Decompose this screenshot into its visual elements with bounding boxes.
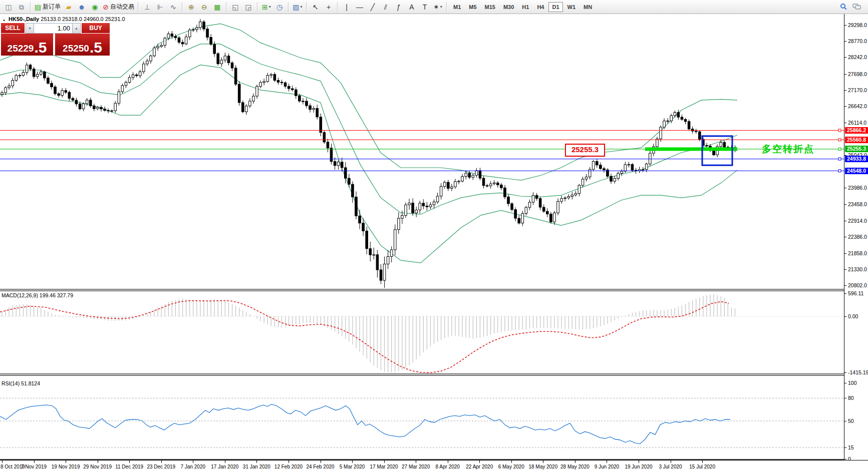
price-tick-26114: 26114.0 — [844, 120, 866, 126]
line-handle[interactable] — [838, 148, 841, 150]
new-order-button[interactable]: ▤新订单 — [33, 2, 62, 13]
candle-body — [277, 81, 279, 83]
zoom-out-button[interactable]: ⊖ — [198, 2, 211, 13]
timeframe-W1[interactable]: W1 — [564, 2, 580, 12]
buy-price[interactable]: 25250 .5 — [55, 34, 110, 56]
price-axis[interactable]: 29298.028770.028242.027698.027170.026642… — [844, 14, 868, 460]
volume-decrease-button[interactable]: ▼ — [26, 23, 34, 34]
crosshair-button[interactable]: + — [322, 2, 335, 13]
candle-body — [146, 61, 149, 64]
market-button[interactable]: ▰ — [62, 2, 75, 13]
equidistant-channel-icon: ⫽ — [384, 4, 387, 11]
timeframe-H1[interactable]: H1 — [518, 2, 532, 12]
timeframe-MN[interactable]: MN — [580, 2, 596, 12]
zoom-in-button[interactable]: ⊕ — [185, 2, 198, 13]
date-label: 8 Apr 2020 — [436, 464, 460, 469]
candle-body — [642, 170, 644, 170]
volume-input[interactable]: 1.00 — [34, 23, 72, 34]
sell-price[interactable]: 25229 .5 — [1, 34, 53, 56]
search-icon[interactable] — [837, 2, 850, 13]
candle-body — [54, 87, 57, 94]
collapse-panel-icon[interactable]: ▴ — [3, 18, 5, 22]
candle-body — [157, 47, 159, 48]
candle-body — [518, 218, 520, 223]
turning-point-annotation[interactable]: 多空转折点 — [762, 143, 814, 156]
date-label: 12 Feb 2020 — [274, 464, 303, 469]
line-chart-type-button[interactable]: ∿ — [167, 2, 180, 13]
chat-icon[interactable] — [850, 2, 863, 13]
candle-body — [26, 65, 28, 73]
timeframe-M1[interactable]: M1 — [450, 2, 464, 12]
text-icon: A — [409, 4, 414, 11]
candle-body — [458, 181, 460, 182]
line-handle[interactable] — [838, 158, 841, 160]
cascade-windows-button[interactable]: ◲ — [242, 2, 255, 13]
date-label: 27 Mar 2020 — [402, 464, 430, 469]
candle-body — [649, 153, 652, 164]
time-axis[interactable]: 8 Oct 20197 Nov 201919 Nov 201929 Nov 20… — [0, 460, 868, 475]
candle-body — [68, 92, 71, 98]
line-handle[interactable] — [838, 170, 841, 172]
candle-body — [72, 99, 74, 100]
timeframe-D1[interactable]: D1 — [548, 2, 562, 12]
date-label: 11 Dec 2019 — [115, 464, 143, 469]
clock-button[interactable]: ◷ — [273, 2, 286, 13]
arrange-windows-button[interactable]: ◱ — [229, 2, 242, 13]
candle-body — [295, 90, 298, 96]
candle-body — [22, 73, 25, 76]
fibonacci-button[interactable]: ƒ — [392, 2, 405, 13]
date-label: 31 Jan 2020 — [243, 464, 270, 469]
cursor-button[interactable]: ↖ — [309, 2, 322, 13]
candle-body — [514, 210, 517, 218]
arrow-objects-button[interactable]: ✶▾ — [431, 2, 444, 13]
signals-icon: ◉ — [92, 4, 98, 11]
bar-chart-type-button[interactable]: ⊥ — [141, 2, 154, 13]
line-handle[interactable] — [838, 139, 841, 141]
horizontal-line-button[interactable]: — — [353, 2, 366, 13]
candle-body — [61, 91, 64, 96]
candle-body — [600, 165, 602, 169]
vertical-line-button[interactable]: | — [340, 2, 353, 13]
toolbar-group: ⊞▾◷ — [260, 2, 286, 13]
line-handle[interactable] — [838, 129, 841, 132]
thick-green-trend-segment[interactable] — [645, 147, 737, 151]
equidistant-channel-button[interactable]: ⫽ — [379, 2, 392, 13]
community-button[interactable]: ☻ — [75, 2, 88, 13]
timeframe-M30[interactable]: M30 — [500, 2, 517, 12]
candle-body — [681, 117, 683, 119]
indicators-dropdown-caret[interactable]: ▾ — [301, 5, 303, 9]
chart-profiles-button[interactable]: ⧉ — [15, 2, 28, 13]
timeframe-M15[interactable]: M15 — [481, 2, 499, 12]
candle-body — [178, 38, 180, 42]
candle-body — [306, 101, 308, 106]
timeframe-H4[interactable]: H4 — [533, 2, 547, 12]
sell-button[interactable]: SELL — [1, 23, 25, 34]
price-tick-28242: 28242.0 — [844, 55, 867, 60]
candle-body — [266, 75, 269, 81]
candlestick-chart-type-button[interactable]: ⊩ — [154, 2, 167, 13]
candle-body — [468, 173, 471, 177]
candle-body — [723, 142, 726, 147]
chart-canvas[interactable] — [0, 14, 844, 460]
arrow-objects-dropdown-caret[interactable]: ▾ — [440, 5, 442, 9]
trendline-button[interactable]: ╱ — [366, 2, 379, 13]
candle-body — [426, 206, 428, 207]
toolbar-group: ↖+ — [309, 2, 335, 13]
candle-body — [29, 65, 32, 69]
timeframe-M5[interactable]: M5 — [465, 2, 480, 12]
new-chart-button[interactable]: ◫ — [2, 2, 15, 13]
auto-trading-button[interactable]: ⊘自动交易 — [101, 2, 136, 13]
date-label: 28 May 2020 — [560, 464, 590, 469]
new-subwindow-dropdown-caret[interactable]: ▾ — [269, 5, 271, 9]
tile-windows-button[interactable]: ▦ — [211, 2, 224, 13]
signals-button[interactable]: ◉ — [88, 2, 101, 13]
candle-body — [553, 213, 556, 222]
text-button[interactable]: A — [405, 2, 418, 13]
price-callout-label[interactable]: 25255.3 — [565, 144, 605, 157]
volume-increase-button[interactable]: ▲ — [72, 23, 81, 34]
text-label-button[interactable]: T — [418, 2, 431, 13]
community-icon: ☻ — [78, 4, 86, 11]
new-subwindow-button[interactable]: ⊞▾ — [260, 2, 273, 13]
indicators-button[interactable]: ▨▾ — [291, 2, 304, 13]
buy-button[interactable]: BUY — [82, 23, 110, 34]
